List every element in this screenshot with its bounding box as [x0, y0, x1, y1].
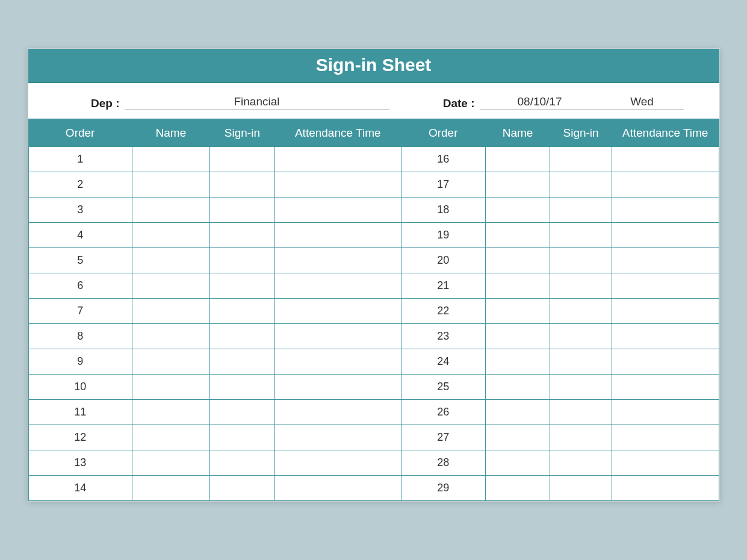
cell-attendance-left — [274, 248, 401, 273]
cell-signin-left — [210, 223, 275, 248]
cell-order-right: 21 — [401, 273, 485, 299]
cell-signin-left — [210, 425, 275, 450]
dep-label: Dep : — [40, 97, 125, 110]
cell-order-right: 17 — [401, 172, 485, 198]
cell-attendance-left — [274, 476, 401, 501]
cell-order-left: 1 — [28, 147, 132, 172]
cell-attendance-right — [612, 223, 719, 248]
cell-name-left — [132, 172, 209, 198]
cell-signin-right — [550, 324, 612, 349]
cell-attendance-left — [274, 223, 401, 248]
cell-name-right — [485, 324, 550, 349]
table-row: 1126 — [28, 400, 719, 425]
table-row: 823 — [28, 324, 719, 349]
table-row: 419 — [28, 223, 719, 248]
cell-order-left: 8 — [28, 324, 132, 349]
cell-name-right — [485, 223, 550, 248]
cell-order-right: 27 — [401, 425, 485, 450]
cell-signin-left — [210, 349, 275, 375]
cell-signin-right — [550, 248, 612, 273]
cell-signin-right — [550, 476, 612, 501]
signin-sheet: Sign-in Sheet Dep : Financial Date : 08/… — [28, 48, 720, 502]
cell-name-left — [132, 147, 209, 172]
cell-attendance-right — [612, 324, 719, 349]
cell-attendance-right — [612, 425, 719, 450]
table-row: 217 — [28, 172, 719, 198]
cell-order-left: 14 — [28, 476, 132, 501]
cell-name-left — [132, 375, 209, 400]
cell-attendance-left — [274, 273, 401, 299]
cell-name-right — [485, 147, 550, 172]
cell-name-right — [485, 476, 550, 501]
cell-order-left: 6 — [28, 273, 132, 299]
cell-signin-right — [550, 450, 612, 476]
cell-signin-left — [210, 198, 275, 223]
cell-signin-right — [550, 147, 612, 172]
header-order-left: Order — [28, 119, 132, 147]
cell-order-right: 24 — [401, 349, 485, 375]
cell-name-left — [132, 299, 209, 324]
table-row: 116 — [28, 147, 719, 172]
dep-value: Financial — [125, 95, 389, 110]
table-row: 1429 — [28, 476, 719, 501]
cell-order-left: 10 — [28, 375, 132, 400]
header-attendance-right: Attendance Time — [612, 119, 719, 147]
cell-order-left: 3 — [28, 198, 132, 223]
cell-order-left: 7 — [28, 299, 132, 324]
sheet-title: Sign-in Sheet — [28, 49, 719, 83]
cell-order-left: 5 — [28, 248, 132, 273]
cell-attendance-left — [274, 299, 401, 324]
cell-name-left — [132, 273, 209, 299]
cell-signin-left — [210, 299, 275, 324]
table-body: 1162173184195206217228239241025112612271… — [28, 147, 719, 501]
cell-name-left — [132, 248, 209, 273]
cell-name-left — [132, 324, 209, 349]
table-row: 1025 — [28, 375, 719, 400]
cell-signin-right — [550, 172, 612, 198]
cell-signin-left — [210, 400, 275, 425]
cell-name-right — [485, 425, 550, 450]
cell-attendance-left — [274, 425, 401, 450]
cell-signin-left — [210, 375, 275, 400]
cell-name-right — [485, 172, 550, 198]
cell-attendance-left — [274, 375, 401, 400]
attendance-table: Order Name Sign-in Attendance Time Order… — [28, 119, 719, 501]
table-row: 318 — [28, 198, 719, 223]
cell-name-right — [485, 375, 550, 400]
cell-attendance-left — [274, 198, 401, 223]
cell-attendance-left — [274, 450, 401, 476]
cell-name-right — [485, 198, 550, 223]
cell-name-left — [132, 425, 209, 450]
cell-order-right: 20 — [401, 248, 485, 273]
cell-order-right: 16 — [401, 147, 485, 172]
cell-attendance-right — [612, 248, 719, 273]
cell-name-right — [485, 299, 550, 324]
cell-name-left — [132, 349, 209, 375]
cell-order-right: 22 — [401, 299, 485, 324]
cell-attendance-right — [612, 476, 719, 501]
table-row: 520 — [28, 248, 719, 273]
cell-attendance-right — [612, 450, 719, 476]
cell-name-left — [132, 198, 209, 223]
cell-order-right: 29 — [401, 476, 485, 501]
table-row: 924 — [28, 349, 719, 375]
header-row: Order Name Sign-in Attendance Time Order… — [28, 119, 719, 147]
cell-attendance-right — [612, 349, 719, 375]
header-name-left: Name — [132, 119, 209, 147]
header-signin-right: Sign-in — [550, 119, 612, 147]
cell-attendance-right — [612, 273, 719, 299]
cell-signin-right — [550, 299, 612, 324]
cell-order-right: 25 — [401, 375, 485, 400]
cell-attendance-right — [612, 375, 719, 400]
cell-signin-left — [210, 450, 275, 476]
cell-name-right — [485, 400, 550, 425]
cell-attendance-right — [612, 299, 719, 324]
date-value: 08/10/17 — [480, 95, 600, 110]
cell-order-left: 12 — [28, 425, 132, 450]
cell-order-right: 26 — [401, 400, 485, 425]
cell-order-left: 11 — [28, 400, 132, 425]
cell-name-right — [485, 248, 550, 273]
cell-name-left — [132, 400, 209, 425]
date-label: Date : — [414, 97, 480, 110]
header-attendance-left: Attendance Time — [274, 119, 401, 147]
